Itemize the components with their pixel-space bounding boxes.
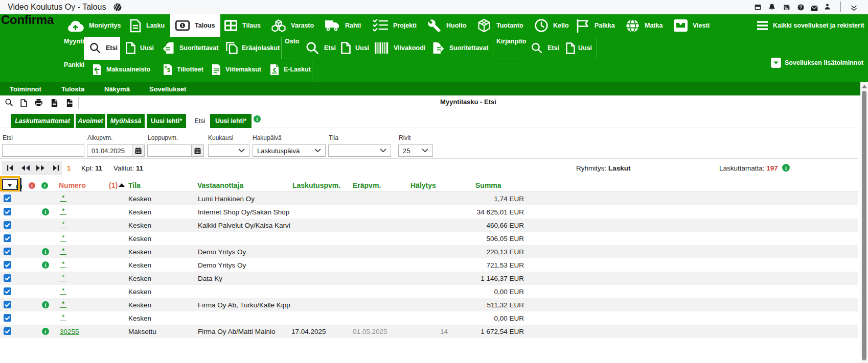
- svg-text:$: $: [167, 67, 170, 73]
- svg-text:i: i: [31, 183, 33, 188]
- svg-text:€: €: [273, 67, 276, 72]
- svg-text:i: i: [45, 209, 47, 215]
- svg-text:i: i: [45, 302, 47, 308]
- svg-text:i: i: [257, 116, 258, 122]
- svg-text:i: i: [45, 329, 47, 334]
- svg-text:i: i: [44, 183, 45, 188]
- svg-text:1: 1: [181, 22, 184, 28]
- svg-text:i: i: [785, 165, 787, 171]
- svg-text:€: €: [96, 71, 98, 75]
- svg-text:i: i: [45, 262, 47, 268]
- svg-text:i: i: [45, 249, 47, 255]
